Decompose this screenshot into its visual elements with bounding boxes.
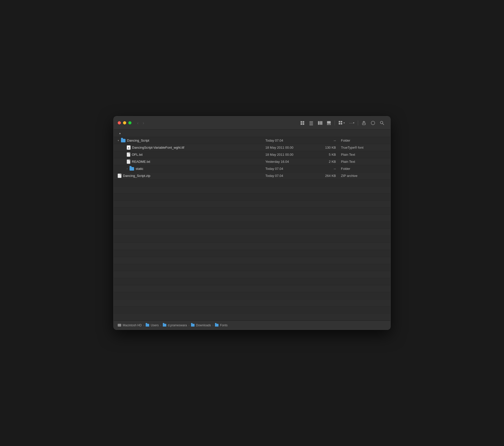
breadcrumb-label: Users: [151, 324, 159, 327]
view-buttons: [298, 119, 333, 126]
file-row[interactable]: Dancing_Script.zipToday 07.04264 KBZIP a…: [114, 172, 390, 179]
svg-rect-16: [341, 121, 342, 122]
svg-rect-18: [341, 123, 342, 124]
file-size: --: [316, 139, 341, 142]
file-row[interactable]: DancingScript-VariableFont_wght.ttf18 Ma…: [114, 144, 390, 151]
breadcrumb-item-fonts[interactable]: Fonts: [215, 324, 228, 327]
breadcrumb-item-dprameswara[interactable]: d.prameswara: [163, 324, 187, 327]
folder-icon: [146, 324, 149, 327]
breadcrumb-label: Fonts: [220, 324, 228, 327]
col-header-name[interactable]: ▲: [118, 132, 265, 135]
group-button[interactable]: ▾: [336, 119, 347, 127]
breadcrumb-separator: ›: [143, 324, 144, 327]
file-kind: Folder: [341, 167, 386, 171]
file-kind: TrueType® font: [341, 146, 386, 149]
font-file-icon: [127, 145, 131, 150]
empty-row: [114, 278, 390, 285]
folder-icon: [163, 324, 166, 327]
empty-row: [114, 201, 390, 208]
file-size: 264 KB: [316, 174, 341, 178]
empty-row: [114, 264, 390, 271]
svg-rect-3: [303, 123, 304, 124]
file-row[interactable]: README.txtYesterday 16.042 KBPlain Text: [114, 158, 390, 165]
file-name: Dancing_Script.zip: [123, 174, 150, 178]
folder-icon: [130, 167, 134, 171]
breadcrumb-item-downloads[interactable]: Downloads: [191, 324, 211, 327]
share-button[interactable]: [360, 119, 368, 126]
file-kind: ZIP archive: [341, 174, 386, 178]
finder-window: ‹ ›: [113, 116, 391, 330]
sep-1: [335, 120, 335, 125]
empty-row: [114, 243, 390, 250]
sep-2: [358, 120, 358, 125]
breadcrumb-separator: ›: [188, 324, 190, 327]
empty-row: [114, 186, 390, 194]
back-button[interactable]: ‹: [136, 120, 140, 126]
file-date: 18 May 2011 00.00: [265, 153, 316, 156]
empty-row: [114, 215, 390, 222]
list-view-button[interactable]: [307, 119, 316, 126]
file-row[interactable]: ▾Dancing_ScriptToday 07.04--Folder: [114, 137, 390, 144]
empty-row: [114, 179, 390, 186]
forward-button[interactable]: ›: [141, 120, 146, 126]
gallery-view-button[interactable]: [325, 119, 333, 126]
folder-icon: [215, 324, 218, 327]
svg-rect-10: [321, 121, 323, 124]
breadcrumb-label: Macintosh HD: [123, 324, 142, 327]
maximize-button[interactable]: [128, 121, 132, 124]
file-date: Today 07.04: [265, 167, 316, 171]
folder-icon: [121, 139, 125, 142]
file-name: OFL.txt: [132, 153, 143, 156]
icon-view-button[interactable]: [298, 119, 307, 126]
expand-icon[interactable]: ›: [127, 167, 128, 170]
breadcrumb-item-macintosh hd[interactable]: Macintosh HD: [118, 324, 142, 327]
statusbar: Macintosh HD›Users›d.prameswara›Download…: [114, 321, 390, 330]
file-name: Dancing_Script: [127, 139, 149, 142]
close-button[interactable]: [118, 121, 121, 124]
file-size: 130 KB: [316, 146, 341, 149]
svg-rect-11: [327, 121, 331, 123]
file-size: 5 KB: [316, 153, 341, 156]
file-name: README.txt: [132, 160, 150, 164]
file-size: --: [316, 167, 341, 171]
svg-rect-4: [309, 121, 313, 122]
collapse-icon[interactable]: ▾: [118, 139, 119, 142]
column-view-button[interactable]: [316, 119, 324, 126]
svg-rect-0: [301, 121, 302, 122]
empty-row: [114, 229, 390, 236]
zip-file-icon: [118, 174, 121, 178]
file-row[interactable]: OFL.txt18 May 2011 00.005 KBPlain Text: [114, 151, 390, 158]
file-kind: Plain Text: [341, 160, 386, 164]
file-name: DancingScript-VariableFont_wght.ttf: [132, 146, 184, 149]
nav-buttons: ‹ ›: [136, 120, 146, 126]
text-file-icon: [127, 152, 130, 157]
titlebar: ‹ ›: [114, 116, 390, 130]
empty-row: [114, 313, 390, 321]
svg-rect-6: [309, 123, 313, 124]
file-list: ▾Dancing_ScriptToday 07.04--FolderDancin…: [114, 137, 390, 321]
svg-rect-7: [309, 125, 313, 125]
search-button[interactable]: [378, 119, 386, 126]
file-size: 2 KB: [316, 160, 341, 164]
minimize-button[interactable]: [123, 121, 126, 124]
empty-row: [114, 194, 390, 201]
file-date: Yesterday 16.04: [265, 160, 316, 164]
breadcrumb-separator: ›: [160, 324, 161, 327]
svg-rect-8: [318, 121, 319, 124]
breadcrumb-item-users[interactable]: Users: [146, 324, 159, 327]
svg-rect-17: [339, 123, 340, 124]
svg-rect-13: [329, 124, 330, 125]
tag-button[interactable]: [369, 119, 377, 126]
empty-row: [114, 250, 390, 257]
sort-arrow-icon: ▲: [119, 132, 121, 135]
file-kind: Folder: [341, 139, 386, 142]
file-name: static: [136, 167, 143, 171]
svg-rect-2: [301, 123, 302, 124]
svg-rect-12: [327, 124, 328, 125]
empty-row: [114, 292, 390, 299]
column-headers: ▲: [114, 130, 390, 137]
action-button[interactable]: ··· ▾: [347, 120, 356, 126]
svg-rect-14: [330, 124, 331, 125]
file-row[interactable]: ›staticToday 07.04--Folder: [114, 165, 390, 172]
file-date: 18 May 2011 00.00: [265, 146, 316, 149]
